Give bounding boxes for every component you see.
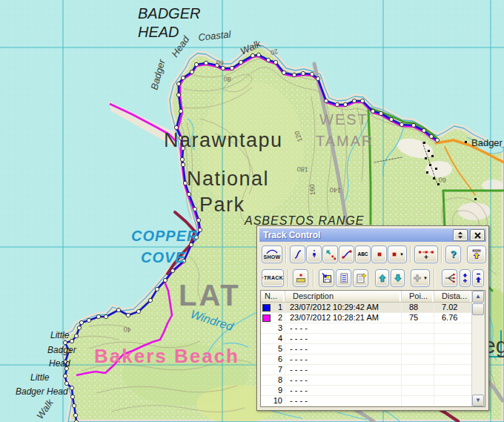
close-button[interactable] (470, 229, 485, 241)
remove-point-button[interactable] (472, 269, 484, 287)
move-up-button[interactable] (375, 269, 389, 287)
waypoint-dot[interactable] (204, 61, 208, 65)
waypoint-dot[interactable] (316, 76, 319, 80)
waypoint-dot[interactable] (429, 134, 433, 138)
waypoint-dot[interactable] (70, 395, 74, 398)
edit-track-button[interactable] (339, 245, 354, 263)
track-row[interactable]: 3- - - - (261, 323, 472, 334)
track-row[interactable]: 10- - - - (261, 396, 472, 406)
waypoint-dot[interactable] (87, 318, 90, 322)
track-mode-button[interactable]: TRACK (262, 269, 284, 287)
waypoint-dot[interactable] (266, 58, 270, 62)
scroll-down-button[interactable]: ▼ (472, 395, 484, 406)
waypoint-dot[interactable] (136, 309, 140, 313)
waypoint-dot[interactable] (399, 122, 403, 126)
waypoint-dot[interactable] (422, 128, 425, 132)
add-track-button[interactable]: ▼ (411, 269, 430, 287)
split-track-button[interactable] (442, 269, 457, 287)
waypoint-dot[interactable] (335, 102, 339, 106)
waypoint-dot[interactable] (198, 228, 202, 231)
waypoint-dot[interactable] (104, 314, 107, 318)
create-track-from-points-button[interactable] (414, 245, 438, 263)
waypoint-dot[interactable] (77, 326, 81, 329)
waypoint-dot[interactable] (72, 403, 76, 407)
waypoint-dot[interactable] (310, 72, 314, 76)
waypoint-dot[interactable] (292, 73, 296, 76)
waypoint-dot[interactable] (181, 162, 185, 166)
track-properties-button[interactable] (353, 269, 368, 287)
track-list-button[interactable] (336, 269, 351, 287)
scroll-up-button[interactable]: ▲ (472, 291, 484, 303)
waypoint-dot[interactable] (116, 308, 120, 311)
waypoint-dot[interactable] (148, 298, 152, 302)
rollup-button[interactable] (453, 229, 468, 241)
send-to-gps-button[interactable] (467, 245, 486, 263)
waypoint-dot[interactable] (352, 99, 356, 102)
waypoint-dot[interactable] (194, 62, 198, 66)
waypoint-dot[interactable] (70, 339, 73, 343)
vertical-scrollbar[interactable]: ▲ ▼ (471, 291, 485, 406)
dialog-titlebar[interactable]: Track Control (259, 228, 486, 242)
waypoint-dot[interactable] (190, 70, 193, 73)
measure-button[interactable] (293, 269, 308, 287)
waypoint-dot[interactable] (79, 320, 83, 324)
help-button[interactable]: ? (445, 245, 461, 263)
waypoint-dot[interactable] (193, 207, 196, 211)
move-point-button[interactable] (322, 245, 338, 263)
show-tracks-button[interactable]: SHOW (262, 245, 282, 263)
waypoint-dot[interactable] (126, 313, 130, 317)
track-row[interactable]: 6- - - - (261, 355, 472, 365)
waypoint-dot[interactable] (324, 99, 328, 102)
track-row[interactable]: 5- - - - (261, 344, 472, 355)
track-row[interactable]: 8- - - - (261, 375, 472, 386)
track-row[interactable]: 9- - - - (261, 386, 472, 396)
waypoint-dot[interactable] (74, 334, 78, 337)
track-row[interactable]: 7- - - - (261, 365, 472, 375)
waypoint-dot[interactable] (170, 268, 174, 272)
waypoint-dot[interactable] (70, 386, 73, 389)
waypoint-dot[interactable] (251, 53, 254, 57)
waypoint-dot[interactable] (411, 123, 415, 127)
waypoint-dot[interactable] (379, 111, 382, 115)
waypoint-dot[interactable] (179, 109, 182, 113)
move-down-button[interactable] (391, 269, 405, 287)
waypoint-dot[interactable] (64, 381, 68, 385)
waypoint-dot[interactable] (96, 314, 100, 318)
column-header-distance[interactable]: Dista... (434, 291, 472, 302)
track-row[interactable]: 4- - - - (261, 334, 472, 344)
waypoint-dot[interactable] (73, 413, 77, 417)
waypoint-dot[interactable] (176, 93, 180, 96)
waypoint-dot[interactable] (181, 76, 185, 79)
draw-track-button[interactable] (290, 245, 305, 263)
waypoint-dot[interactable] (435, 138, 439, 142)
waypoint-dot[interactable] (196, 218, 200, 222)
waypoint-dot[interactable] (371, 109, 374, 113)
waypoint-dot[interactable] (63, 340, 67, 344)
insert-point-button[interactable] (460, 269, 471, 287)
waypoint-dot[interactable] (163, 278, 167, 282)
track-row[interactable]: 223/07/2012 10:28:21 AM756.76 (261, 313, 472, 323)
track-label-button[interactable]: ABC (355, 245, 371, 263)
waypoint-dot[interactable] (343, 102, 347, 106)
point-options-button[interactable]: ▼ (388, 245, 407, 263)
waypoint-dot[interactable] (63, 374, 67, 378)
waypoint-dot[interactable] (256, 53, 260, 56)
waypoint-dot[interactable] (282, 70, 285, 74)
waypoint-dot[interactable] (239, 60, 242, 64)
waypoint-dot[interactable] (176, 82, 180, 85)
waypoint-dot[interactable] (360, 99, 364, 102)
column-header-description[interactable]: Description (285, 291, 402, 302)
waypoint-dot[interactable] (155, 287, 159, 291)
point-button[interactable] (371, 245, 387, 263)
column-header-points[interactable]: Poi... (402, 291, 434, 302)
track-point-button[interactable] (306, 245, 322, 263)
waypoint-dot[interactable] (187, 192, 190, 196)
waypoint-dot[interactable] (301, 71, 305, 75)
save-track-button[interactable] (319, 269, 334, 287)
column-header-number[interactable]: N... (261, 291, 285, 302)
track-row[interactable]: 123/07/2012 10:29:42 AM887.02 (261, 303, 472, 313)
waypoint-dot[interactable] (180, 157, 184, 161)
waypoint-dot[interactable] (389, 117, 393, 121)
waypoint-dot[interactable] (273, 60, 277, 64)
scrollbar-thumb[interactable] (472, 303, 484, 315)
